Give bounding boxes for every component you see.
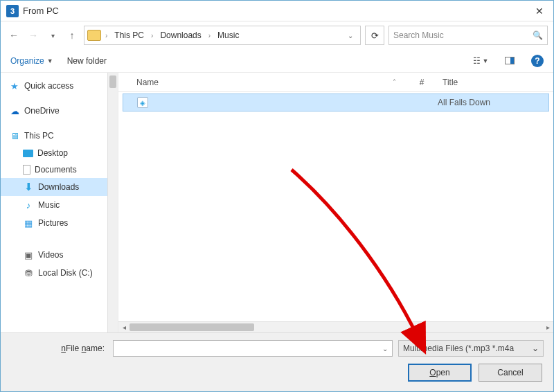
open-button[interactable]: Open (408, 364, 472, 382)
column-track-number[interactable]: # (408, 78, 436, 87)
app-icon: 3 (6, 5, 19, 17)
sidebar-item-videos[interactable]: ▣ Videos (1, 246, 118, 264)
breadcrumb-this-pc[interactable]: This PC (111, 30, 147, 40)
scrollbar-thumb[interactable] (109, 75, 116, 88)
disk-icon: ⛃ (23, 267, 34, 278)
sidebar: ★ Quick access ☁ OneDrive 🖥 This PC Desk… (1, 73, 118, 332)
search-placeholder: Search Music (393, 30, 533, 40)
sidebar-item-local-c[interactable]: ⛃ Local Disk (C:) (1, 264, 118, 282)
video-icon: ▣ (23, 249, 34, 260)
search-input[interactable]: Search Music 🔍 (388, 26, 548, 45)
back-button[interactable]: ← (6, 28, 21, 43)
dialog-footer: nFile name:File name: ⌄ Multimedia Files… (1, 332, 553, 391)
file-row[interactable]: ◈ All Falls Down (123, 93, 549, 112)
sidebar-item-music[interactable]: ♪ Music (1, 196, 118, 214)
new-folder-button[interactable]: New folder (67, 56, 107, 66)
organize-button[interactable]: Organize▼ (10, 56, 53, 66)
sort-indicator-icon: ˄ (380, 78, 408, 86)
address-dropdown[interactable]: ⌄ (343, 32, 357, 39)
scrollbar-thumb[interactable] (129, 323, 254, 331)
chevron-right-icon: › (150, 32, 154, 39)
sidebar-item-pictures[interactable]: ▦ Pictures (1, 214, 118, 232)
column-headers: Name ˄ # Title (118, 73, 553, 92)
document-icon (23, 165, 30, 175)
file-list-pane: Name ˄ # Title ◈ All Falls Down ◂ (118, 73, 553, 332)
sidebar-item-this-pc[interactable]: 🖥 This PC (1, 127, 118, 145)
address-bar[interactable]: › This PC › Downloads › Music ⌄ (84, 26, 361, 45)
close-button[interactable]: ✕ (531, 6, 548, 17)
forward-button[interactable]: → (26, 28, 41, 43)
window-title: From PC (23, 6, 59, 16)
sidebar-scrollbar[interactable] (107, 73, 118, 332)
breadcrumb-downloads[interactable]: Downloads (157, 30, 204, 40)
toolbar: Organize▼ New folder ☷▼ ? (1, 49, 553, 73)
chevron-right-icon: › (207, 32, 212, 39)
filename-dropdown-icon[interactable]: ⌄ (382, 345, 388, 353)
sidebar-item-onedrive[interactable]: ☁ OneDrive (1, 102, 118, 120)
desktop-icon (23, 150, 33, 157)
scroll-right-icon[interactable]: ▸ (542, 323, 553, 331)
recent-locations-dropdown[interactable]: ▾ (45, 28, 60, 43)
titlebar: 3 From PC ✕ (1, 1, 553, 21)
column-name[interactable]: Name (118, 78, 380, 87)
preview-pane-button[interactable] (502, 55, 517, 67)
download-icon: ⬇ (23, 181, 34, 193)
breadcrumb-music[interactable]: Music (215, 30, 242, 40)
music-icon: ♪ (23, 199, 34, 211)
sidebar-item-desktop[interactable]: Desktop (1, 145, 118, 161)
cloud-icon: ☁ (9, 105, 20, 116)
monitor-icon: 🖥 (9, 130, 20, 141)
refresh-button[interactable]: ⟳ (365, 26, 384, 45)
audio-file-icon: ◈ (137, 97, 148, 108)
file-title: All Falls Down (431, 98, 542, 107)
star-icon: ★ (9, 80, 20, 91)
sidebar-item-documents[interactable]: Documents (1, 161, 118, 178)
file-type-filter[interactable]: Multimedia Files (*.mp3 *.m4a ⌄ (398, 340, 544, 357)
column-title[interactable]: Title (436, 78, 546, 87)
sidebar-item-quick-access[interactable]: ★ Quick access (1, 77, 118, 95)
chevron-right-icon: › (104, 32, 109, 39)
filter-dropdown-icon: ⌄ (532, 344, 539, 353)
filter-text: Multimedia Files (*.mp3 *.m4a (403, 344, 532, 353)
scroll-left-icon[interactable]: ◂ (118, 323, 129, 331)
filename-input[interactable]: ⌄ (113, 340, 393, 357)
view-mode-button[interactable]: ☷▼ (473, 55, 488, 67)
sidebar-item-downloads[interactable]: ⬇ Downloads (1, 178, 118, 196)
horizontal-scrollbar[interactable]: ◂ ▸ (118, 321, 553, 332)
cancel-button[interactable]: Cancel (479, 364, 542, 382)
up-button[interactable]: ↑ (64, 28, 80, 43)
help-button[interactable]: ? (531, 55, 544, 67)
search-icon: 🔍 (533, 30, 543, 40)
picture-icon: ▦ (23, 217, 34, 229)
nav-bar: ← → ▾ ↑ › This PC › Downloads › Music ⌄ … (1, 21, 553, 49)
filename-label: nFile name:File name: (10, 344, 107, 353)
folder-icon (87, 30, 101, 41)
